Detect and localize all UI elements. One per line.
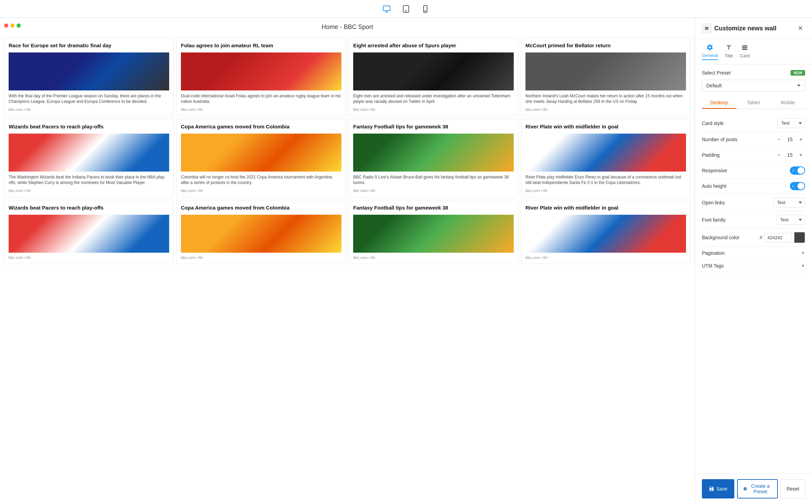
panel-close-button[interactable]: ✕ — [795, 23, 805, 33]
save-button[interactable]: Save — [702, 479, 734, 498]
font-family-select[interactable]: Text Arial Georgia — [776, 215, 805, 225]
responsive-label: Responsive — [702, 168, 727, 173]
padding-increment[interactable]: + — [797, 151, 805, 159]
maximize-dot[interactable] — [17, 23, 21, 28]
background-color-control: # — [760, 232, 805, 243]
panel-collapse-button[interactable] — [702, 23, 712, 33]
close-dot[interactable] — [4, 23, 8, 28]
gear-icon — [706, 43, 714, 51]
card-icon — [741, 43, 749, 52]
news-card-title: Eight arrested after abuse of Spurs play… — [353, 42, 514, 49]
news-card-image — [181, 215, 341, 253]
news-card-image — [181, 52, 341, 90]
create-preset-label: Create a Preset — [749, 483, 772, 494]
number-of-posts-row: Number of posts − 15 + — [702, 132, 805, 147]
news-card-text: Colombia will no longer co-host the 2021… — [181, 174, 341, 186]
news-card-text: Eight men are arrested and released unde… — [353, 93, 514, 105]
card-style-control: Text Image Card — [777, 118, 805, 128]
background-color-label: Background color — [702, 235, 740, 240]
news-card-meta: bbc.com • 6h — [181, 107, 341, 112]
news-card-title: Race for Europe set for dramatic final d… — [9, 42, 169, 49]
utm-tags-section[interactable]: UTM Tags ▼ — [702, 260, 805, 272]
pagination-chevron-icon: ▼ — [801, 251, 805, 255]
color-hash: # — [760, 235, 762, 240]
news-card-image — [525, 215, 686, 253]
news-card-meta: bbc.com • 6h — [9, 255, 169, 260]
news-card-text: The Washington Wizards beat the Indiana … — [9, 174, 169, 186]
background-color-input[interactable] — [764, 233, 792, 242]
tab-general[interactable]: General — [702, 43, 718, 60]
panel-tabs: General Title Card — [695, 39, 812, 65]
mobile-subtab[interactable]: Mobile — [771, 97, 805, 109]
reset-button[interactable]: Reset — [781, 479, 805, 498]
news-card: McCourt primed for Bellator return North… — [521, 38, 690, 116]
number-of-posts-label: Number of posts — [702, 137, 737, 142]
news-card-title: River Plate win with midfielder in goal — [525, 123, 686, 130]
news-card-title: Copa America games moved from Colombia — [181, 204, 341, 211]
preset-row: Select Preset NEW — [702, 70, 805, 76]
news-card: Race for Europe set for dramatic final d… — [4, 38, 174, 116]
news-card-title: Wizards beat Pacers to reach play-offs — [9, 123, 169, 130]
save-icon — [709, 486, 714, 492]
padding-label: Padding — [702, 152, 719, 158]
padding-stepper: − 15 + — [775, 151, 805, 159]
news-card: Fantasy Football tips for gameweek 38 bb… — [349, 200, 518, 264]
news-card: Fantasy Football tips for gameweek 38 BB… — [349, 119, 518, 197]
svg-point-4 — [406, 11, 406, 11]
create-preset-icon — [743, 486, 747, 492]
news-card-image — [9, 215, 169, 253]
auto-height-toggle[interactable]: ✓ — [790, 182, 805, 190]
preview-area: Home - BBC Sport Race for Europe set for… — [0, 18, 695, 504]
tab-title-label: Title — [725, 53, 733, 58]
preset-label: Select Preset — [702, 70, 731, 76]
news-card-title: Fantasy Football tips for gameweek 38 — [353, 204, 514, 211]
save-label: Save — [716, 486, 727, 492]
panel-title: Customize news wall — [714, 25, 776, 32]
minimize-dot[interactable] — [10, 23, 14, 28]
background-color-swatch[interactable] — [794, 232, 805, 243]
news-card-image — [353, 52, 514, 90]
tablet-subtab[interactable]: Tablet — [736, 97, 771, 109]
news-card: Folau agrees to join amateur RL team Dua… — [176, 38, 346, 116]
tab-title[interactable]: Title — [725, 43, 733, 60]
utm-tags-label: UTM Tags — [702, 263, 724, 269]
tab-general-label: General — [702, 53, 718, 58]
new-badge: NEW — [791, 70, 805, 76]
news-card-meta: bbc.com • 6h — [353, 107, 514, 112]
device-subtabs: Desktop Tablet Mobile — [702, 97, 805, 109]
news-card-image — [525, 134, 686, 172]
number-of-posts-decrement[interactable]: − — [775, 135, 783, 144]
news-card-image — [353, 134, 514, 172]
news-card-image — [525, 52, 686, 90]
padding-decrement[interactable]: − — [775, 151, 783, 159]
news-card-meta: bbc.com • 6h — [525, 255, 686, 260]
news-card: Copa America games moved from Colombia b… — [176, 200, 346, 264]
news-card: Wizards beat Pacers to reach play-offs T… — [4, 119, 174, 197]
news-card-meta: bbc.com • 6h — [525, 107, 686, 112]
panel-header-left: Customize news wall — [702, 23, 776, 33]
open-links-row: Open links Text New tab Same tab — [702, 194, 805, 211]
auto-height-row: Auto height ✓ — [702, 178, 805, 194]
svg-rect-0 — [383, 6, 390, 11]
news-card-meta: bbc.com • 6h — [353, 255, 514, 260]
open-links-control: Text New tab Same tab — [773, 197, 805, 207]
desktop-device-button[interactable] — [381, 3, 392, 14]
mobile-device-button[interactable] — [420, 3, 431, 14]
news-card-image — [9, 134, 169, 172]
pagination-section[interactable]: Pagination ▼ — [702, 247, 805, 260]
number-of-posts-increment[interactable]: + — [797, 135, 805, 144]
reset-label: Reset — [786, 486, 799, 492]
tablet-device-button[interactable] — [400, 3, 412, 14]
desktop-subtab[interactable]: Desktop — [702, 97, 736, 109]
preset-select[interactable]: Default Preset 1 Preset 2 — [702, 80, 805, 91]
open-links-label: Open links — [702, 200, 725, 205]
utm-tags-chevron-icon: ▼ — [801, 263, 805, 268]
tab-card[interactable]: Card — [740, 43, 750, 60]
create-preset-button[interactable]: Create a Preset — [737, 479, 778, 498]
responsive-toggle[interactable]: ✓ — [790, 166, 805, 175]
tab-card-label: Card — [740, 53, 750, 58]
news-card-title: River Plate win with midfielder in goal — [525, 204, 686, 211]
card-style-select[interactable]: Text Image Card — [777, 118, 805, 128]
news-card-meta: bbc.com • 6h — [353, 188, 514, 193]
open-links-select[interactable]: Text New tab Same tab — [773, 197, 805, 207]
